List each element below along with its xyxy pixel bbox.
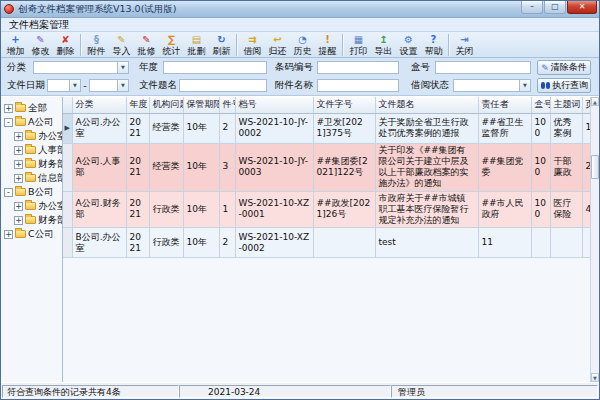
expander-icon[interactable]: + [14,202,23,211]
expander-icon[interactable]: + [4,104,13,113]
column-header-author[interactable]: 责任者 [478,97,531,113]
borrow-status-select[interactable]: ▼ [453,79,531,92]
cell-org: 经营类 [149,113,183,143]
tree-item-all[interactable]: +全部 [1,101,62,115]
refresh-button[interactable]: 刷新 [209,33,234,57]
edit-button[interactable]: 修改 [28,33,53,57]
date-from-select[interactable]: ▼ [47,79,81,92]
cell-doc-no [313,228,375,258]
scroll-up-icon[interactable]: ▲ [591,97,599,106]
scrollbar-thumb[interactable] [591,155,599,179]
maximize-button[interactable]: □ [544,1,566,14]
expander-icon[interactable]: + [4,230,13,239]
chevron-down-icon[interactable]: ▼ [69,80,80,91]
scroll-down-icon[interactable]: ▼ [591,373,599,382]
cell-keyword [550,228,582,258]
chevron-down-icon[interactable]: ▼ [519,80,530,91]
column-header-category[interactable]: 分类 [72,97,126,113]
expander-icon[interactable]: + [14,216,23,225]
reminder-icon [325,34,330,46]
folder-icon [25,202,36,210]
help-button[interactable]: 帮助 [421,33,446,57]
vertical-scrollbar[interactable]: ▲ ▼ [590,97,599,382]
attachment-button[interactable]: 附件 [84,33,109,57]
add-button[interactable]: 增加 [3,33,28,57]
category-label: 分类 [7,61,33,74]
chevron-down-icon[interactable]: ▼ [117,80,128,91]
barcode-input[interactable] [318,69,398,80]
folder-icon [15,118,26,126]
print-button[interactable]: 打印 [346,33,371,57]
column-header-keyword[interactable]: 主题词 [550,97,582,113]
statistics-icon [168,34,175,46]
cell-retention: 10年 [183,228,219,258]
doc-title-field[interactable] [179,79,267,92]
category-select[interactable]: ▼ [33,61,129,74]
column-header-archive-no[interactable]: 档号 [235,97,313,113]
clear-conditions-button[interactable]: ✎清除条件 [537,60,591,75]
table-row[interactable]: A公司.财务部 2021 行政类 10年 1 WS-2021-10-XZ-000… [63,191,592,228]
column-header-retention[interactable]: 保管期限 [183,97,219,113]
tree-item-company-a[interactable]: -A公司 [1,115,62,129]
tree-item-company-c[interactable]: +C公司 [1,227,62,241]
attachment-name-field[interactable] [317,79,399,92]
minimize-button[interactable]: – [521,1,543,14]
table-row[interactable]: B公司.办公室 2021 行政类 10年 2 WS-2021-10-XZ-000… [63,228,592,258]
box-number-field[interactable] [435,61,531,74]
chevron-down-icon[interactable]: ▼ [117,62,128,73]
tree-item-a-office[interactable]: +办公室 [1,129,62,143]
attachment-name-label: 附件名称 [275,79,317,92]
expander-icon[interactable]: + [14,174,23,183]
batch-delete-button[interactable]: 批删 [184,33,209,57]
cell-archive-no: WS-2021-10-XZ-0001 [235,191,313,228]
column-header-box[interactable]: 盒号 [531,97,550,113]
execute-query-button[interactable]: 执行查询 [537,78,591,93]
column-header-year[interactable]: 年度 [126,97,149,113]
borrow-button[interactable]: 借阅 [240,33,265,57]
attachment-name-input[interactable] [318,87,398,98]
tree-item-a-hr[interactable]: +人事部 [1,143,62,157]
cell-author: ##市人民政府 [478,191,531,228]
table-row[interactable]: ▶ A公司.办公室 2021 经营类 10年 2 WS-2021-10-JY-0… [63,113,592,143]
tree-item-b-office[interactable]: +办公室 [1,199,62,213]
box-number-input[interactable] [436,69,530,80]
reminder-button[interactable]: 提醒 [315,33,340,57]
expander-icon[interactable]: - [4,118,13,127]
column-header-title[interactable]: 文件题名 [375,97,478,113]
import-button[interactable]: 导入 [109,33,134,57]
date-to-select[interactable]: ▼ [89,79,129,92]
category-input[interactable] [34,69,128,80]
barcode-field[interactable] [317,61,399,74]
close-app-button[interactable]: 关闭 [452,33,477,57]
expander-icon[interactable]: - [4,188,13,197]
return-button[interactable]: 归还 [265,33,290,57]
year-input[interactable] [164,69,266,80]
export-button[interactable]: 导出 [371,33,396,57]
table-row[interactable]: A公司.人事部 2021 经营类 10年 3 WS-2021-10-JY-000… [63,143,592,191]
column-header-org[interactable]: 机构问题 [149,97,183,113]
delete-button[interactable]: 删除 [53,33,78,57]
row-indicator: ▶ [63,113,72,143]
statistics-button[interactable]: 统计 [159,33,184,57]
close-button[interactable]: ✕ [567,1,597,14]
expander-icon[interactable]: + [14,132,23,141]
menu-item-file-archive[interactable]: 文件档案管理 [5,18,73,32]
batch-edit-button[interactable]: 批修 [134,33,159,57]
cell-author: ##省卫生监督所 [478,113,531,143]
year-field[interactable] [163,61,267,74]
title-bar: 创奇文件档案管理系统V13.0(试用版) – □ ✕ [1,1,599,18]
tree-item-a-finance[interactable]: +财务部 [1,157,62,171]
settings-button[interactable]: 设置 [396,33,421,57]
cell-archive-no: WS-2021-10-XZ-0002 [235,228,313,258]
tree-item-company-b[interactable]: -B公司 [1,185,62,199]
records-table: 分类 年度 机构问题 保管期限 件号 档号 文件字号 文件题名 责任者 盒号 主… [63,97,593,258]
expander-icon[interactable]: + [14,160,23,169]
column-header-item-no[interactable]: 件号 [219,97,235,113]
column-header-doc-no[interactable]: 文件字号 [313,97,375,113]
doc-title-input[interactable] [180,87,266,98]
menu-bar: 文件档案管理 [1,18,599,32]
tree-item-b-finance[interactable]: +财务部 [1,213,62,227]
history-button[interactable]: 历史 [290,33,315,57]
tree-item-a-info[interactable]: +信息部 [1,171,62,185]
expander-icon[interactable]: + [14,146,23,155]
